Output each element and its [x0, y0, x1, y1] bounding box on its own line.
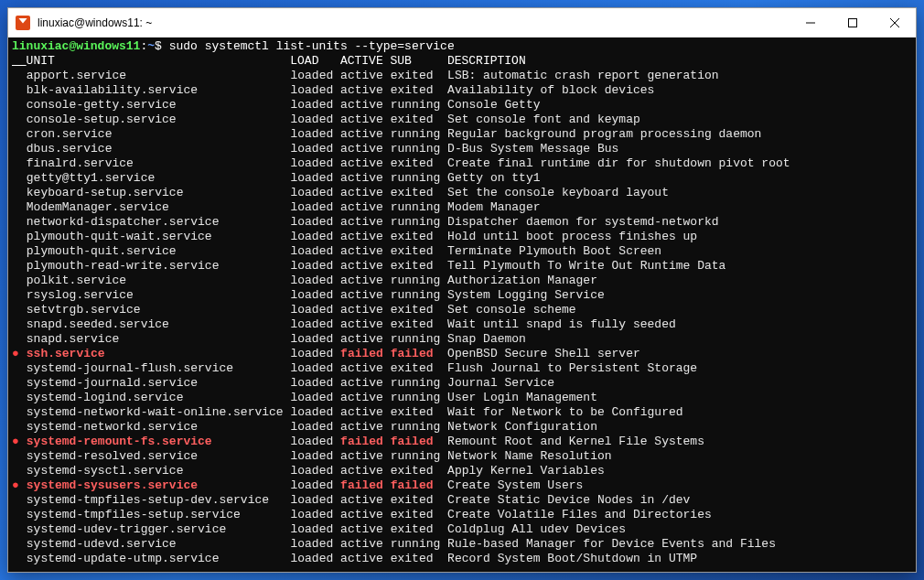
unit-description: Wait for Network to be Configured — [447, 405, 682, 420]
unit-description: Create Static Device Nodes in /dev — [447, 493, 690, 508]
unit-name: ssh.service — [27, 347, 291, 361]
load-state: loaded — [290, 113, 340, 127]
window-controls — [790, 8, 916, 37]
status-bullet-icon: ● — [12, 478, 19, 493]
status-bullet-icon: ● — [12, 347, 19, 361]
active-state: active — [340, 522, 391, 537]
unit-name: rsyslog.service — [27, 288, 291, 303]
unit-name: systemd-remount-fs.service — [27, 435, 291, 449]
sub-state: failed — [391, 435, 447, 449]
status-bullet-icon — [12, 493, 19, 508]
table-row: apport.service loaded active exited LSB:… — [12, 69, 912, 83]
status-bullet-icon — [12, 508, 19, 522]
load-state: loaded — [290, 522, 340, 537]
active-state: active — [340, 361, 391, 376]
sub-state: exited — [391, 83, 447, 98]
active-state: active — [340, 274, 391, 288]
unit-description: Authorization Manager — [447, 274, 597, 288]
minimize-button[interactable] — [790, 8, 832, 37]
sub-state: failed — [391, 478, 447, 493]
load-state: loaded — [290, 552, 340, 566]
active-state: active — [340, 420, 391, 435]
load-state: loaded — [290, 376, 340, 391]
sub-state: running — [391, 142, 447, 156]
unit-name: setvtrgb.service — [27, 303, 291, 317]
sub-state: running — [391, 449, 447, 464]
load-state: loaded — [290, 464, 340, 478]
unit-description: Network Name Resolution — [447, 449, 611, 464]
load-state: loaded — [290, 230, 340, 244]
active-state: active — [340, 113, 391, 127]
table-row: plymouth-quit-wait.service loaded active… — [12, 230, 912, 244]
active-state: active — [340, 464, 391, 478]
table-row: systemd-udev-trigger.service loaded acti… — [12, 522, 912, 537]
unit-description: Modem Manager — [447, 200, 540, 215]
status-bullet-icon — [12, 449, 19, 464]
unit-name: systemd-sysusers.service — [27, 478, 291, 493]
unit-description: Wait until snapd is fully seeded — [447, 317, 676, 332]
active-state: active — [340, 83, 391, 98]
table-row: plymouth-read-write.service loaded activ… — [12, 259, 912, 274]
unit-name: systemd-networkd-wait-online.service — [27, 405, 291, 420]
unit-name: snapd.seeded.service — [27, 317, 291, 332]
load-state: loaded — [290, 171, 340, 186]
sub-state: running — [391, 288, 447, 303]
sub-state: exited — [391, 113, 447, 127]
unit-name: systemd-resolved.service — [27, 449, 291, 464]
terminal-output[interactable]: linuxiac@windows11:~$ sudo systemctl lis… — [8, 38, 916, 572]
prompt-path: ~ — [147, 39, 155, 53]
unit-description: Regular background program processing da… — [447, 127, 761, 142]
table-row: systemd-journal-flush.service loaded act… — [12, 361, 912, 376]
status-bullet-icon — [12, 405, 19, 420]
status-bullet-icon — [12, 303, 19, 317]
load-state: loaded — [290, 186, 340, 200]
sub-state: running — [391, 171, 447, 186]
load-state: loaded — [290, 449, 340, 464]
active-state: active — [340, 186, 391, 200]
status-bullet-icon — [12, 200, 19, 215]
load-state: loaded — [290, 478, 340, 493]
sub-state: running — [391, 274, 447, 288]
unit-description: Create final runtime dir for shutdown pi… — [447, 156, 790, 171]
load-state: loaded — [290, 332, 340, 347]
load-state: loaded — [290, 537, 340, 552]
header-load: LOAD — [290, 54, 340, 69]
load-state: loaded — [290, 405, 340, 420]
close-button[interactable] — [874, 8, 916, 37]
maximize-button[interactable] — [832, 8, 874, 37]
status-bullet-icon — [12, 230, 19, 244]
load-state: loaded — [290, 435, 340, 449]
load-state: loaded — [290, 156, 340, 171]
table-row: console-getty.service loaded active runn… — [12, 98, 912, 113]
load-state: loaded — [290, 391, 340, 405]
unit-name: blk-availability.service — [27, 83, 291, 98]
prompt-command: sudo systemctl list-units --type=service — [169, 39, 455, 53]
sub-state: exited — [391, 464, 447, 478]
status-bullet-icon — [12, 361, 19, 376]
sub-state: exited — [391, 508, 447, 522]
table-row: systemd-tmpfiles-setup-dev.service loade… — [12, 493, 912, 508]
active-state: active — [340, 376, 391, 391]
unit-name: systemd-tmpfiles-setup.service — [27, 508, 291, 522]
active-state: failed — [340, 347, 391, 361]
unit-description: D-Bus System Message Bus — [447, 142, 618, 156]
active-state: active — [340, 230, 391, 244]
unit-description: User Login Management — [447, 391, 597, 405]
maximize-icon — [848, 18, 857, 27]
status-bullet-icon — [12, 244, 19, 259]
titlebar[interactable]: linuxiac@windows11: ~ — [8, 8, 916, 38]
unit-name: systemd-udev-trigger.service — [27, 522, 291, 537]
status-bullet-icon — [12, 522, 19, 537]
unit-description: Create System Users — [447, 478, 583, 493]
load-state: loaded — [290, 244, 340, 259]
unit-name: apport.service — [27, 69, 291, 83]
active-state: active — [340, 332, 391, 347]
active-state: active — [340, 405, 391, 420]
active-state: active — [340, 449, 391, 464]
table-row: plymouth-quit.service loaded active exit… — [12, 244, 912, 259]
unit-description: LSB: automatic crash report generation — [447, 69, 718, 83]
status-bullet-icon — [12, 83, 19, 98]
header-unit: UNIT — [27, 54, 291, 69]
unit-description: Remount Root and Kernel File Systems — [447, 435, 704, 449]
unit-description: Hold until boot process finishes up — [447, 230, 697, 244]
